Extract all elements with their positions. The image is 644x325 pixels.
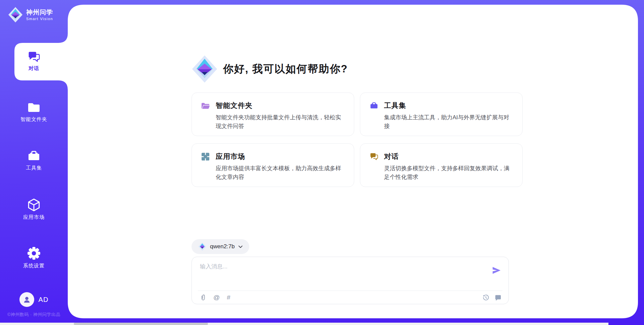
brand-subtitle: Smart Vision [26,17,53,21]
greeting-text: 你好, 我可以如何帮助你? [223,62,348,76]
card-app-market[interactable]: 应用市场 应用市场提供丰富长文本模板，助力高效生成多样化文章内容 [192,143,354,187]
main-content: 你好, 我可以如何帮助你? 智能文件夹 智能文件夹功能支持批量文件上传与清洗，轻… [0,0,644,325]
card-chat[interactable]: 对话 灵活切换多模型文件，支持多样回复效果调试，满足个性化需求 [360,143,523,187]
brand-gem-icon [8,7,23,23]
hash-icon: # [227,294,230,301]
toolbox-icon [369,101,378,110]
composer-toolbar: @ # [200,291,501,304]
chat-icon [28,50,40,63]
chevron-down-icon [238,246,243,248]
card-description: 智能文件夹功能支持批量文件上传与清洗，轻松实现文件问答 [216,113,345,131]
gear-icon [27,246,41,260]
brand-logo: 神州问学 Smart Vision [8,7,53,23]
card-head: 智能文件夹 [201,101,345,110]
history-button[interactable] [482,294,489,301]
model-name: qwen2:7b [210,243,235,250]
app-root: 神州问学 Smart Vision 对话 智能文件夹 工具集 应用市场 [0,0,644,325]
toolbox-icon [27,149,41,162]
card-description: 集成市场上主流工具，助力AI与外界无缝扩展与对接 [384,113,514,131]
cube-icon [27,198,41,212]
brand-text: 神州问学 Smart Vision [26,9,53,21]
mention-button[interactable]: @ [213,294,220,301]
copyright: ©神州数码 · 神州问学出品 [0,312,68,318]
grid-icon [201,152,210,161]
send-icon [491,265,501,275]
chat-icon [369,152,378,161]
message-input[interactable] [200,263,478,287]
quick-phrase-button[interactable] [494,294,501,301]
person-icon [22,295,31,304]
history-icon [482,294,489,301]
sidebar-item-toolset[interactable]: 工具集 [0,146,68,171]
sidebar-item-label: 工具集 [26,165,42,171]
card-title: 对话 [384,152,399,161]
avatar [19,292,34,307]
composer-tools-left: @ # [200,294,230,301]
message-bubble-icon [494,294,501,301]
paperclip-icon [200,294,206,301]
brand-title: 神州问学 [26,9,53,16]
card-head: 工具集 [369,101,514,110]
composer-divider [198,290,502,291]
sidebar-item-label: 系统设置 [23,263,45,269]
sidebar-item-chat[interactable]: 对话 [0,43,68,80]
sidebar-item-smart-folder[interactable]: 智能文件夹 [0,97,68,123]
card-description: 应用市场提供丰富长文本模板，助力高效生成多样化文章内容 [216,164,345,182]
greeting: 你好, 我可以如何帮助你? [192,55,348,83]
card-title: 应用市场 [216,152,245,161]
card-head: 应用市场 [201,152,345,161]
card-smart-folder[interactable]: 智能文件夹 智能文件夹功能支持批量文件上传与清洗，轻松实现文件问答 [192,92,354,136]
model-gem-icon [198,242,206,251]
card-title: 工具集 [384,101,406,110]
card-head: 对话 [369,152,514,161]
scrollbar-thumb[interactable] [74,323,208,325]
user-name: AD [39,296,49,304]
model-selector[interactable]: qwen2:7b [192,239,249,254]
topic-button[interactable]: # [227,294,230,301]
folder-open-icon [201,101,210,110]
feature-cards: 智能文件夹 智能文件夹功能支持批量文件上传与清洗，轻松实现文件问答 工具集 集成… [192,92,509,187]
card-toolset[interactable]: 工具集 集成市场上主流工具，助力AI与外界无缝扩展与对接 [360,92,523,136]
sidebar-item-label: 应用市场 [23,214,45,220]
send-button[interactable] [491,265,502,276]
message-composer: @ # [192,257,509,304]
at-icon: @ [213,294,220,301]
user-chip[interactable]: AD [0,292,68,307]
sidebar-item-app-market[interactable]: 应用市场 [0,194,68,220]
folder-icon [27,101,41,114]
greeting-gem-icon [192,55,218,83]
sidebar: 神州问学 Smart Vision 对话 智能文件夹 工具集 应用市场 [0,0,68,325]
sidebar-item-label: 对话 [29,65,39,72]
sidebar-item-label: 智能文件夹 [20,116,47,123]
card-description: 灵活切换多模型文件，支持多样回复效果调试，满足个性化需求 [384,164,514,182]
card-title: 智能文件夹 [216,101,253,110]
attach-button[interactable] [200,294,206,301]
sidebar-item-settings[interactable]: 系统设置 [0,243,68,269]
horizontal-scrollbar [0,323,608,325]
composer-tools-right [482,294,501,301]
